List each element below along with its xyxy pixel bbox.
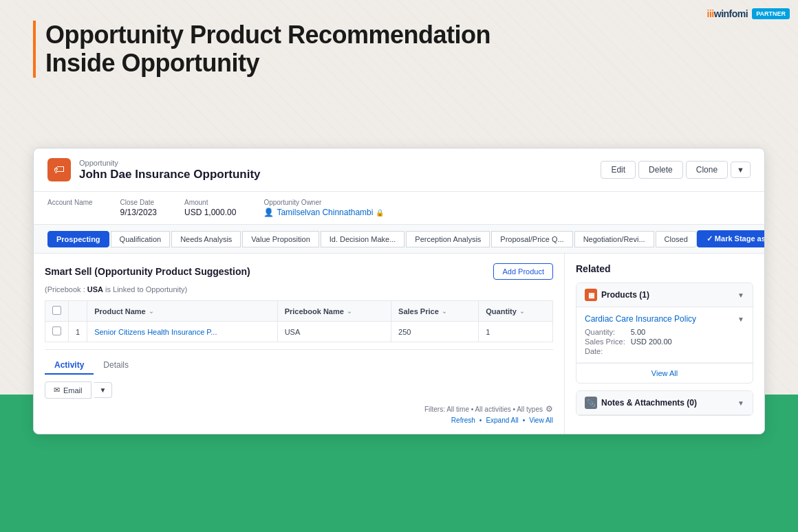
related-product-item: Cardiac Care Insurance Policy ▼ Quantity… (576, 307, 753, 363)
page-header: Opportunity Product Recommendation Insid… (0, 0, 798, 91)
stage-id--decision-make---[interactable]: Id. Decision Make... (321, 231, 405, 247)
notes-card-dropdown[interactable]: ▼ (737, 399, 744, 407)
col-header-checkbox (45, 301, 69, 322)
tab-details[interactable]: Details (94, 357, 138, 375)
page-title-line2: Inside Opportunity (45, 49, 490, 77)
products-card-title: ▦ Products (1) (585, 289, 649, 301)
sort-icon-pricebook: ⌄ (347, 308, 352, 315)
add-product-button[interactable]: Add Product (493, 263, 553, 280)
products-card-dropdown[interactable]: ▼ (737, 291, 744, 299)
row-product-name-cell[interactable]: Senior Citizens Health Insurance P... (87, 322, 278, 342)
owner-lock-icon: 🔒 (376, 209, 384, 217)
view-all-button[interactable]: View All (576, 363, 753, 383)
notes-card-title: 📎 Notes & Attachments (0) (585, 397, 697, 409)
stage-bar: ProspectingQualificationNeeds AnalysisVa… (34, 225, 764, 254)
products-card-header: ▦ Products (1) ▼ (576, 283, 753, 307)
owner-field: Opportunity Owner 👤 Tamilselvan Chinnath… (263, 199, 384, 217)
opp-actions: Edit Delete Clone ▼ (601, 161, 751, 179)
gear-icon[interactable]: ⚙ (546, 404, 553, 414)
account-name-label: Account Name (47, 199, 93, 206)
content-area: Smart Sell (Opportunity Product Suggesti… (34, 254, 764, 434)
row-num-cell: 1 (69, 322, 87, 342)
col-header-quantity: Quantity ⌄ (479, 301, 553, 322)
logo-area: iiiwinfomi PARTNER (707, 8, 790, 19)
quantity-label: Quantity: (585, 328, 625, 336)
right-panel: Related ▦ Products (1) ▼ Cardiac Care In… (565, 254, 764, 434)
opp-name: John Dae Insurance Opportunity (79, 168, 261, 181)
mark-stage-complete-button[interactable]: ✓ Mark Stage as Complete (697, 230, 764, 247)
fields-row: Account Name Close Date 9/13/2023 Amount… (34, 192, 764, 225)
tab-activity[interactable]: Activity (45, 357, 94, 375)
stage-prospecting[interactable]: Prospecting (47, 231, 109, 247)
related-item-header: Cardiac Care Insurance Policy ▼ (585, 314, 744, 324)
stage-value-proposition[interactable]: Value Proposition (242, 231, 319, 247)
filters-text: Filters: All time • All activities • All… (424, 406, 543, 413)
products-table: Product Name ⌄ Pricebook Name ⌄ (45, 300, 553, 342)
opp-title-area: Opportunity John Dae Insurance Opportuni… (79, 159, 261, 181)
col-header-pricebook: Pricebook Name ⌄ (277, 301, 391, 322)
account-name-field: Account Name (47, 199, 93, 217)
amount-value: USD 1,000.00 (184, 208, 236, 217)
sort-icon-quantity: ⌄ (519, 308, 525, 315)
related-product-name[interactable]: Cardiac Care Insurance Policy (585, 314, 696, 324)
owner-label: Opportunity Owner (263, 199, 384, 206)
amount-field: Amount USD 1,000.00 (184, 199, 236, 217)
stage-closed[interactable]: Closed (656, 231, 697, 247)
smart-sell-title: Smart Sell (Opportunity Product Suggesti… (45, 266, 250, 277)
pricebook-name: USA (87, 285, 103, 293)
sort-icon-sales-price: ⌄ (442, 308, 447, 315)
col-header-sales-price: Sales Price ⌄ (391, 301, 479, 322)
activity-tabs: Activity Details (45, 357, 553, 375)
edit-button[interactable]: Edit (601, 161, 636, 179)
stages-container: ProspectingQualificationNeeds AnalysisVa… (47, 231, 697, 247)
stage-perception-analysis[interactable]: Perception Analysis (406, 231, 490, 247)
close-date-value: 9/13/2023 (120, 208, 157, 217)
owner-icon: 👤 (263, 208, 274, 217)
row-quantity-cell: 1 (479, 322, 553, 342)
related-item-fields: Quantity: 5.00 Sales Price: USD 200.00 D… (585, 328, 744, 355)
page-title-bar: Opportunity Product Recommendation Insid… (33, 21, 490, 78)
link-separator-2: • (523, 417, 526, 424)
email-button[interactable]: ✉ Email (45, 381, 91, 399)
link-separator-1: • (479, 417, 482, 424)
email-icon: ✉ (54, 386, 60, 395)
stage-proposal-price-q---[interactable]: Proposal/Price Q... (491, 231, 572, 247)
products-related-card: ▦ Products (1) ▼ Cardiac Care Insurance … (576, 282, 753, 384)
date-label: Date: (585, 347, 625, 355)
winfomi-logo: iiiwinfomi (707, 8, 748, 19)
sales-price-label: Sales Price: (585, 337, 625, 346)
notes-related-card: 📎 Notes & Attachments (0) ▼ (576, 390, 753, 416)
expand-all-link[interactable]: Expand All (486, 417, 518, 424)
col-header-product-name: Product Name ⌄ (87, 301, 278, 322)
owner-value: 👤 Tamilselvan Chinnathambi 🔒 (263, 208, 384, 217)
col-header-num (69, 301, 87, 322)
notes-card-header: 📎 Notes & Attachments (0) ▼ (576, 391, 753, 415)
stage-needs-analysis[interactable]: Needs Analysis (171, 231, 241, 247)
view-all-link[interactable]: View All (529, 417, 553, 424)
opportunity-icon: 🏷 (47, 158, 71, 181)
refresh-link[interactable]: Refresh (451, 417, 475, 424)
main-card: 🏷 Opportunity John Dae Insurance Opportu… (33, 148, 765, 434)
sf-partner-badge: PARTNER (752, 8, 790, 19)
delete-button[interactable]: Delete (638, 161, 683, 179)
activity-section: Activity Details ✉ Email ▼ Filters: All … (45, 349, 553, 424)
stage-negotiation-revi---[interactable]: Negotiation/Revi... (574, 231, 654, 247)
activity-footer: Filters: All time • All activities • All… (45, 404, 553, 414)
smart-sell-header: Smart Sell (Opportunity Product Suggesti… (45, 263, 553, 280)
email-dropdown-button[interactable]: ▼ (94, 382, 113, 398)
close-date-label: Close Date (120, 199, 157, 206)
date-value (631, 347, 744, 355)
actions-dropdown-button[interactable]: ▼ (731, 162, 751, 178)
products-card-icon: ▦ (585, 289, 597, 301)
row-sales-price-cell: 250 (391, 322, 479, 342)
sales-price-value: USD 200.00 (631, 337, 744, 346)
amount-label: Amount (184, 199, 236, 206)
related-title: Related (576, 263, 753, 274)
page-title-line1: Opportunity Product Recommendation (45, 21, 490, 49)
stage-qualification[interactable]: Qualification (111, 231, 171, 247)
notes-card-icon: 📎 (585, 397, 597, 409)
quantity-value: 5.00 (631, 328, 744, 336)
related-item-dropdown[interactable]: ▼ (737, 315, 744, 323)
clone-button[interactable]: Clone (686, 161, 728, 179)
table-row: 1 Senior Citizens Health Insurance P... … (45, 322, 553, 342)
